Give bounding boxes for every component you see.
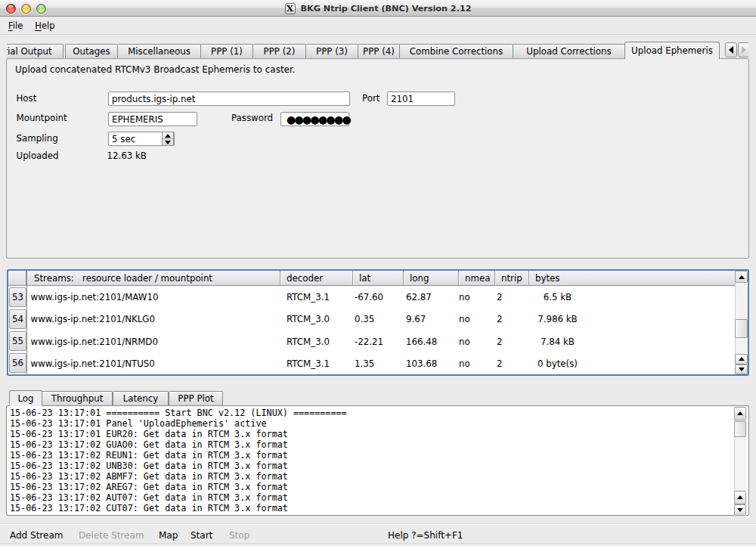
main-tab-bar: Serial OutputOutagesMiscellaneousPPP (1)…: [7, 42, 748, 59]
tab-ppp-4-[interactable]: PPP (4): [358, 44, 400, 58]
stream-row-56[interactable]: www.igs-ip.net:2101/NTUS0RTCM_3.11.35103…: [27, 353, 735, 374]
port-input[interactable]: 2101: [387, 92, 455, 106]
cell-mountpoint: www.igs-ip.net:2101/NKLG0: [31, 309, 155, 330]
cell-ntrip: 2: [497, 331, 503, 352]
menu-help[interactable]: Help: [29, 20, 60, 31]
tab-combine-corrections[interactable]: Combine Corrections: [399, 44, 513, 58]
column-header-label: long: [410, 273, 429, 284]
log-scrollbar: [734, 407, 746, 516]
column-header-bytes[interactable]: bytes: [528, 271, 735, 286]
column-separator: [403, 271, 404, 285]
menu-underline: F: [8, 20, 13, 31]
column-header-decoder[interactable]: decoder: [280, 271, 352, 286]
row-header-54[interactable]: 54: [9, 309, 26, 329]
row-header-55[interactable]: 55: [9, 331, 26, 351]
row-header-53[interactable]: 53: [9, 287, 26, 307]
column-header-label: bytes: [535, 273, 560, 284]
title-bar: X BKG Ntrip Client (BNC) Version 2.12: [0, 0, 756, 17]
column-header-ntrip[interactable]: ntrip: [494, 271, 528, 286]
stream-row-53[interactable]: www.igs-ip.net:2101/MAW10RTCM_3.1-67.606…: [27, 287, 735, 308]
log-scrollbar-down-button[interactable]: [734, 504, 746, 517]
log-scrollbar-up-button[interactable]: [734, 407, 746, 420]
tab-upload-ephemeris[interactable]: Upload Ephemeris: [624, 42, 720, 59]
column-header-label: nmea: [465, 273, 490, 284]
down-arrow-icon: [739, 368, 745, 371]
column-header-long[interactable]: long: [403, 271, 458, 286]
cell-mountpoint: www.igs-ip.net:2101/NRMD0: [31, 331, 158, 352]
tab-ppp-2-[interactable]: PPP (2): [253, 44, 306, 58]
uploaded-value: 12.63 kB: [107, 150, 147, 162]
host-label: Host: [17, 93, 37, 104]
table-corner-header: [8, 271, 26, 286]
table-scrollbar-up-button-2[interactable]: [735, 354, 748, 365]
x11-app-icon: X: [285, 3, 296, 14]
menu-bar: FileHelp: [0, 17, 756, 35]
up-arrow-icon: [165, 134, 171, 138]
cell-lat: 0.35: [355, 309, 374, 330]
sampling-spinbox[interactable]: 5 sec: [108, 132, 175, 146]
table-scrollbar-down-button[interactable]: [735, 365, 748, 375]
password-input[interactable]: ●●●●●●●●: [280, 112, 349, 126]
cell-nmea: no: [459, 287, 470, 308]
tab-upload-corrections[interactable]: Upload Corrections: [513, 44, 625, 58]
column-header-lat[interactable]: lat: [352, 271, 403, 286]
table-scrollbar-up-button[interactable]: [735, 271, 748, 283]
password-masked-value: ●●●●●●●●: [287, 113, 350, 126]
spin-up-button[interactable]: [163, 132, 173, 139]
column-separator: [280, 271, 280, 285]
tab-outages[interactable]: Outages: [65, 44, 118, 58]
tab-ppp-3-[interactable]: PPP (3): [305, 44, 358, 58]
spin-down-button[interactable]: [163, 139, 173, 145]
cell-decoder: RTCM_3.0: [287, 309, 330, 330]
column-header-nmea[interactable]: nmea: [458, 271, 494, 286]
cell-bytes: 7.986 kB: [521, 309, 594, 330]
table-scrollbar-thumb[interactable]: [735, 319, 748, 338]
log-scrollbar-up-button-2[interactable]: [734, 491, 746, 504]
stream-row-54[interactable]: www.igs-ip.net:2101/NKLG0RTCM_3.00.359.6…: [27, 309, 735, 330]
log-output: 15-06-23 13:17:01 ========== Start BNC v…: [6, 405, 749, 516]
column-separator: [352, 271, 353, 285]
right-arrow-icon: [742, 46, 746, 54]
column-header-streams[interactable]: Streams: resource loader / mountpoint: [27, 271, 280, 286]
log-scrollbar-thumb[interactable]: [734, 421, 746, 438]
cell-decoder: RTCM_3.1: [287, 353, 330, 374]
cell-ntrip: 2: [497, 353, 503, 374]
cell-bytes: 7.84 kB: [521, 331, 594, 352]
column-header-label: lat: [359, 273, 370, 284]
stream-row-55[interactable]: www.igs-ip.net:2101/NRMD0RTCM_3.0-22.211…: [27, 331, 735, 352]
tab-scroll-right-button[interactable]: [738, 42, 748, 57]
up-arrow-icon: [737, 411, 743, 415]
sampling-value: 5 sec: [112, 134, 135, 144]
password-label: Password: [231, 113, 273, 124]
cell-decoder: RTCM_3.1: [287, 287, 330, 308]
tab-latency[interactable]: Latency: [113, 391, 169, 405]
log-text: 15-06-23 13:17:01 ========== Start BNC v…: [10, 408, 733, 513]
tab-serial-output[interactable]: Serial Output: [7, 44, 64, 58]
cell-long: 103.68: [406, 353, 437, 374]
tab-ppp-plot[interactable]: PPP Plot: [169, 391, 223, 405]
column-separator: [458, 271, 459, 285]
up-arrow-icon: [737, 495, 743, 499]
up-arrow-icon: [739, 357, 745, 361]
cell-bytes: 6.5 kB: [521, 287, 594, 308]
column-separator: [494, 271, 495, 285]
tab-ppp-1-[interactable]: PPP (1): [200, 44, 253, 58]
column-header-label: decoder: [287, 273, 323, 284]
column-header-label: Streams: resource loader / mountpoint: [34, 273, 212, 284]
left-arrow-icon: [729, 46, 733, 54]
uploaded-label: Uploaded: [17, 150, 59, 162]
tab-throughput[interactable]: Throughput: [42, 391, 113, 405]
tab-scroll-left-button[interactable]: [725, 42, 737, 57]
panel-description: Upload concatenated RTCMv3 Broadcast Eph…: [15, 64, 296, 75]
port-label: Port: [362, 93, 380, 104]
host-input[interactable]: products.igs-ip.net: [108, 92, 350, 106]
menu-underline: H: [35, 20, 42, 31]
streams-table: Streams: resource loader / mountpointdec…: [7, 269, 749, 376]
tab-log[interactable]: Log: [9, 390, 42, 406]
cell-long: 9.67: [406, 309, 426, 330]
menu-file[interactable]: File: [2, 20, 29, 31]
tab-miscellaneous[interactable]: Miscellaneous: [117, 44, 201, 58]
row-header-56[interactable]: 56: [9, 353, 26, 373]
mountpoint-input[interactable]: EPHEMERIS: [108, 112, 197, 126]
cell-ntrip: 2: [497, 287, 503, 308]
